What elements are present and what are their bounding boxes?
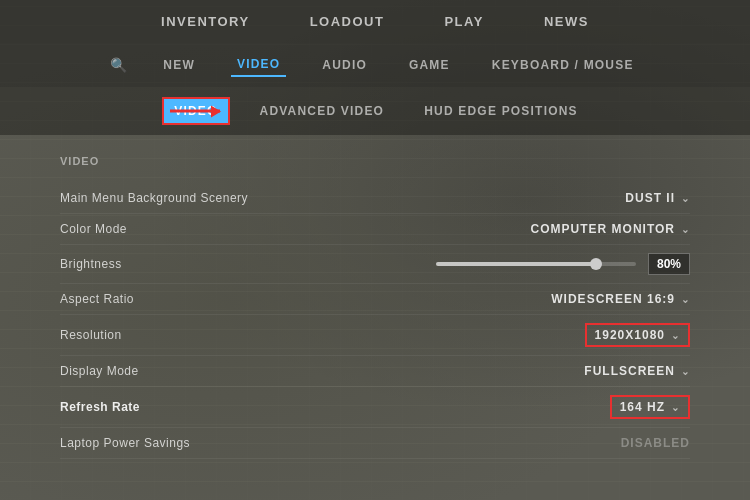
- setting-label-refresh-rate: Refresh Rate: [60, 400, 140, 414]
- setting-row-resolution: Resolution 1920X1080 ⌄: [60, 315, 690, 356]
- top-nav: INVENTORY LOADOUT PLAY NEWS: [0, 0, 750, 43]
- setting-value-display-mode[interactable]: FULLSCREEN ⌄: [584, 364, 690, 378]
- brightness-slider-track[interactable]: [436, 262, 636, 266]
- setting-label-brightness: Brightness: [60, 257, 122, 271]
- dropdown-arrow-color-mode: ⌄: [681, 224, 690, 235]
- nav-item-inventory[interactable]: INVENTORY: [161, 14, 250, 29]
- setting-value-resolution[interactable]: 1920X1080 ⌄: [585, 323, 690, 347]
- setting-label-resolution: Resolution: [60, 328, 122, 342]
- setting-row-main-menu-bg: Main Menu Background Scenery DUST II ⌄: [60, 183, 690, 214]
- nav-item-news[interactable]: NEWS: [544, 14, 589, 29]
- nav-item-loadout[interactable]: LOADOUT: [310, 14, 385, 29]
- second-nav-new[interactable]: NEW: [157, 54, 201, 76]
- dropdown-arrow-refresh-rate: ⌄: [671, 402, 680, 413]
- brightness-control[interactable]: 80%: [436, 253, 690, 275]
- setting-label-main-menu-bg: Main Menu Background Scenery: [60, 191, 248, 205]
- nav-item-play[interactable]: PLAY: [444, 14, 483, 29]
- third-nav: VIDEO ADVANCED VIDEO HUD EDGE POSITIONS: [0, 87, 750, 135]
- third-nav-advanced-video[interactable]: ADVANCED VIDEO: [250, 99, 395, 123]
- dropdown-arrow-display-mode: ⌄: [681, 366, 690, 377]
- second-nav-video[interactable]: VIDEO: [231, 53, 286, 77]
- setting-value-laptop-power: DISABLED: [621, 436, 690, 450]
- dropdown-arrow-aspect-ratio: ⌄: [681, 294, 690, 305]
- setting-row-color-mode: Color Mode COMPUTER MONITOR ⌄: [60, 214, 690, 245]
- section-label: Video: [60, 155, 690, 167]
- setting-value-aspect-ratio[interactable]: WIDESCREEN 16:9 ⌄: [551, 292, 690, 306]
- second-nav-game[interactable]: GAME: [403, 54, 456, 76]
- setting-row-brightness: Brightness 80%: [60, 245, 690, 284]
- setting-label-color-mode: Color Mode: [60, 222, 127, 236]
- dropdown-arrow-main-menu-bg: ⌄: [681, 193, 690, 204]
- brightness-value-box: 80%: [648, 253, 690, 275]
- second-nav: 🔍 NEW VIDEO AUDIO GAME KEYBOARD / MOUSE: [0, 43, 750, 87]
- setting-value-color-mode[interactable]: COMPUTER MONITOR ⌄: [531, 222, 690, 236]
- brightness-slider-fill: [436, 262, 596, 266]
- dropdown-arrow-resolution: ⌄: [671, 330, 680, 341]
- second-nav-keyboard-mouse[interactable]: KEYBOARD / MOUSE: [486, 54, 640, 76]
- settings-area: Video Main Menu Background Scenery DUST …: [0, 135, 750, 479]
- arrow-indicator: [170, 110, 220, 113]
- search-icon[interactable]: 🔍: [110, 57, 127, 73]
- setting-row-laptop-power: Laptop Power Savings DISABLED: [60, 428, 690, 459]
- setting-value-main-menu-bg[interactable]: DUST II ⌄: [625, 191, 690, 205]
- setting-row-aspect-ratio: Aspect Ratio WIDESCREEN 16:9 ⌄: [60, 284, 690, 315]
- brightness-slider-thumb[interactable]: [590, 258, 602, 270]
- setting-label-aspect-ratio: Aspect Ratio: [60, 292, 134, 306]
- second-nav-audio[interactable]: AUDIO: [316, 54, 373, 76]
- setting-label-laptop-power: Laptop Power Savings: [60, 436, 190, 450]
- setting-row-refresh-rate: Refresh Rate 164 HZ ⌄: [60, 387, 690, 428]
- third-nav-hud-edge[interactable]: HUD EDGE POSITIONS: [414, 99, 588, 123]
- setting-value-refresh-rate[interactable]: 164 HZ ⌄: [610, 395, 690, 419]
- setting-label-display-mode: Display Mode: [60, 364, 139, 378]
- setting-row-display-mode: Display Mode FULLSCREEN ⌄: [60, 356, 690, 387]
